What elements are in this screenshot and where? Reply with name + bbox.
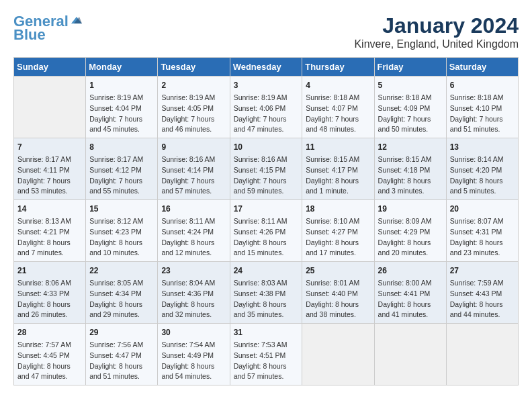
day-detail: Sunrise: 8:17 AMSunset: 4:12 PMDaylight:… bbox=[89, 154, 154, 197]
calendar-header-row: SundayMondayTuesdayWednesdayThursdayFrid… bbox=[14, 58, 519, 77]
week-row-2: 7Sunrise: 8:17 AMSunset: 4:11 PMDaylight… bbox=[14, 138, 519, 200]
header-wednesday: Wednesday bbox=[230, 58, 302, 77]
calendar-title: January 2024 bbox=[354, 13, 519, 38]
calendar-cell: 16Sunrise: 8:11 AMSunset: 4:24 PMDayligh… bbox=[158, 200, 230, 262]
calendar-cell: 10Sunrise: 8:16 AMSunset: 4:15 PMDayligh… bbox=[230, 138, 302, 200]
day-number: 11 bbox=[306, 141, 370, 153]
day-detail: Sunrise: 8:19 AMSunset: 4:05 PMDaylight:… bbox=[161, 93, 226, 135]
calendar-cell: 18Sunrise: 8:10 AMSunset: 4:27 PMDayligh… bbox=[302, 200, 374, 262]
day-number: 24 bbox=[234, 265, 299, 277]
calendar-cell: 28Sunrise: 7:57 AMSunset: 4:45 PMDayligh… bbox=[14, 324, 86, 385]
day-number: 10 bbox=[234, 141, 299, 153]
calendar-cell: 24Sunrise: 8:03 AMSunset: 4:38 PMDayligh… bbox=[230, 262, 302, 324]
day-number: 4 bbox=[306, 79, 370, 91]
calendar-cell: 21Sunrise: 8:06 AMSunset: 4:33 PMDayligh… bbox=[14, 262, 86, 324]
logo-blue: Blue bbox=[13, 27, 46, 43]
calendar-cell: 13Sunrise: 8:14 AMSunset: 4:20 PMDayligh… bbox=[446, 138, 518, 200]
calendar-cell: 4Sunrise: 8:18 AMSunset: 4:07 PMDaylight… bbox=[302, 77, 374, 138]
day-number: 26 bbox=[378, 265, 443, 277]
calendar-cell: 31Sunrise: 7:53 AMSunset: 4:51 PMDayligh… bbox=[230, 324, 302, 385]
week-row-5: 28Sunrise: 7:57 AMSunset: 4:45 PMDayligh… bbox=[14, 324, 519, 385]
day-number: 2 bbox=[161, 79, 226, 91]
day-detail: Sunrise: 8:17 AMSunset: 4:11 PMDaylight:… bbox=[17, 154, 82, 197]
day-number: 15 bbox=[89, 203, 154, 215]
day-number: 28 bbox=[17, 326, 82, 338]
calendar-cell: 20Sunrise: 8:07 AMSunset: 4:31 PMDayligh… bbox=[446, 200, 518, 262]
calendar-cell: 2Sunrise: 8:19 AMSunset: 4:05 PMDaylight… bbox=[158, 77, 230, 138]
day-number: 23 bbox=[161, 265, 226, 277]
calendar-cell: 22Sunrise: 8:05 AMSunset: 4:34 PMDayligh… bbox=[86, 262, 158, 324]
calendar-cell: 17Sunrise: 8:11 AMSunset: 4:26 PMDayligh… bbox=[230, 200, 302, 262]
day-number: 1 bbox=[89, 79, 154, 91]
day-number: 3 bbox=[234, 79, 299, 91]
day-number: 29 bbox=[89, 326, 154, 338]
header-thursday: Thursday bbox=[302, 58, 374, 77]
day-detail: Sunrise: 7:53 AMSunset: 4:51 PMDaylight:… bbox=[234, 340, 299, 382]
header-tuesday: Tuesday bbox=[158, 58, 230, 77]
day-detail: Sunrise: 8:15 AMSunset: 4:18 PMDaylight:… bbox=[378, 154, 443, 197]
day-detail: Sunrise: 8:07 AMSunset: 4:31 PMDaylight:… bbox=[450, 216, 515, 259]
day-detail: Sunrise: 8:19 AMSunset: 4:06 PMDaylight:… bbox=[234, 93, 299, 135]
day-number: 17 bbox=[234, 203, 299, 215]
calendar-cell: 19Sunrise: 8:09 AMSunset: 4:29 PMDayligh… bbox=[374, 200, 446, 262]
week-row-1: 1Sunrise: 8:19 AMSunset: 4:04 PMDaylight… bbox=[14, 77, 519, 138]
day-detail: Sunrise: 7:56 AMSunset: 4:47 PMDaylight:… bbox=[89, 340, 154, 382]
day-detail: Sunrise: 8:18 AMSunset: 4:07 PMDaylight:… bbox=[306, 93, 370, 135]
calendar-cell: 3Sunrise: 8:19 AMSunset: 4:06 PMDaylight… bbox=[230, 77, 302, 138]
day-detail: Sunrise: 7:59 AMSunset: 4:43 PMDaylight:… bbox=[450, 278, 515, 320]
calendar-cell: 26Sunrise: 8:00 AMSunset: 4:41 PMDayligh… bbox=[374, 262, 446, 324]
calendar-cell: 25Sunrise: 8:01 AMSunset: 4:40 PMDayligh… bbox=[302, 262, 374, 324]
day-number: 9 bbox=[161, 141, 226, 153]
page-header: General Blue January 2024 Kinvere, Engla… bbox=[13, 13, 519, 50]
calendar-cell: 30Sunrise: 7:54 AMSunset: 4:49 PMDayligh… bbox=[158, 324, 230, 385]
day-number: 30 bbox=[161, 326, 226, 338]
calendar-cell: 7Sunrise: 8:17 AMSunset: 4:11 PMDaylight… bbox=[14, 138, 86, 200]
calendar-subtitle: Kinvere, England, United Kingdom bbox=[354, 38, 519, 50]
day-number: 22 bbox=[89, 265, 154, 277]
day-number: 14 bbox=[17, 203, 82, 215]
day-detail: Sunrise: 8:05 AMSunset: 4:34 PMDaylight:… bbox=[89, 278, 154, 320]
day-number: 18 bbox=[306, 203, 370, 215]
calendar-cell: 6Sunrise: 8:18 AMSunset: 4:10 PMDaylight… bbox=[446, 77, 518, 138]
day-detail: Sunrise: 8:00 AMSunset: 4:41 PMDaylight:… bbox=[378, 278, 443, 320]
day-number: 6 bbox=[450, 79, 515, 91]
header-monday: Monday bbox=[86, 58, 158, 77]
day-detail: Sunrise: 8:18 AMSunset: 4:09 PMDaylight:… bbox=[378, 93, 443, 135]
day-number: 19 bbox=[378, 203, 443, 215]
header-sunday: Sunday bbox=[14, 58, 86, 77]
calendar-table: SundayMondayTuesdayWednesdayThursdayFrid… bbox=[13, 57, 519, 385]
logo-icon bbox=[70, 14, 82, 26]
day-number: 16 bbox=[161, 203, 226, 215]
day-detail: Sunrise: 8:06 AMSunset: 4:33 PMDaylight:… bbox=[17, 278, 82, 320]
day-number: 13 bbox=[450, 141, 515, 153]
logo: General Blue bbox=[13, 13, 82, 43]
day-number: 31 bbox=[234, 326, 299, 338]
calendar-cell: 15Sunrise: 8:12 AMSunset: 4:23 PMDayligh… bbox=[86, 200, 158, 262]
day-detail: Sunrise: 8:16 AMSunset: 4:15 PMDaylight:… bbox=[234, 154, 299, 197]
day-detail: Sunrise: 8:03 AMSunset: 4:38 PMDaylight:… bbox=[234, 278, 299, 320]
calendar-cell: 14Sunrise: 8:13 AMSunset: 4:21 PMDayligh… bbox=[14, 200, 86, 262]
day-detail: Sunrise: 8:12 AMSunset: 4:23 PMDaylight:… bbox=[89, 216, 154, 259]
calendar-cell bbox=[302, 324, 374, 385]
day-detail: Sunrise: 8:10 AMSunset: 4:27 PMDaylight:… bbox=[306, 216, 370, 259]
week-row-3: 14Sunrise: 8:13 AMSunset: 4:21 PMDayligh… bbox=[14, 200, 519, 262]
calendar-cell bbox=[374, 324, 446, 385]
day-number: 27 bbox=[450, 265, 515, 277]
title-block: January 2024 Kinvere, England, United Ki… bbox=[354, 13, 519, 50]
day-detail: Sunrise: 7:54 AMSunset: 4:49 PMDaylight:… bbox=[161, 340, 226, 382]
calendar-cell: 9Sunrise: 8:16 AMSunset: 4:14 PMDaylight… bbox=[158, 138, 230, 200]
calendar-cell bbox=[14, 77, 86, 138]
day-number: 12 bbox=[378, 141, 443, 153]
day-number: 20 bbox=[450, 203, 515, 215]
week-row-4: 21Sunrise: 8:06 AMSunset: 4:33 PMDayligh… bbox=[14, 262, 519, 324]
day-detail: Sunrise: 8:15 AMSunset: 4:17 PMDaylight:… bbox=[306, 154, 370, 197]
day-detail: Sunrise: 8:11 AMSunset: 4:24 PMDaylight:… bbox=[161, 216, 226, 259]
day-detail: Sunrise: 8:11 AMSunset: 4:26 PMDaylight:… bbox=[234, 216, 299, 259]
day-detail: Sunrise: 8:04 AMSunset: 4:36 PMDaylight:… bbox=[161, 278, 226, 320]
day-detail: Sunrise: 8:01 AMSunset: 4:40 PMDaylight:… bbox=[306, 278, 370, 320]
header-friday: Friday bbox=[374, 58, 446, 77]
calendar-cell: 8Sunrise: 8:17 AMSunset: 4:12 PMDaylight… bbox=[86, 138, 158, 200]
calendar-cell: 29Sunrise: 7:56 AMSunset: 4:47 PMDayligh… bbox=[86, 324, 158, 385]
day-detail: Sunrise: 8:18 AMSunset: 4:10 PMDaylight:… bbox=[450, 93, 515, 135]
calendar-cell: 11Sunrise: 8:15 AMSunset: 4:17 PMDayligh… bbox=[302, 138, 374, 200]
